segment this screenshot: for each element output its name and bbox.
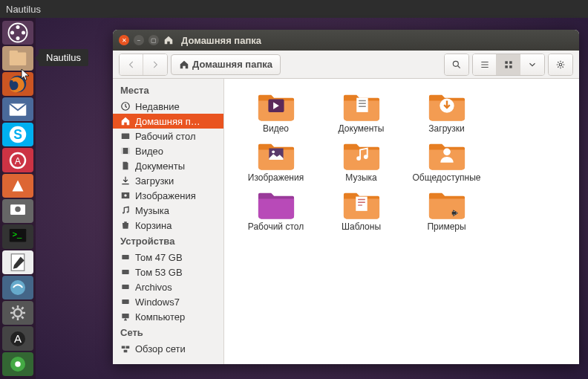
svg-point-23 [15, 361, 21, 367]
launcher-app6[interactable]: A [2, 148, 33, 172]
sidebar-item-windows7[interactable]: Windows7 [113, 294, 223, 309]
launcher-tooltip: Nautilus [39, 49, 88, 66]
search-button[interactable] [445, 54, 468, 75]
folder-icon [428, 189, 466, 220]
folder-label: Документы [339, 123, 385, 134]
svg-point-2 [22, 31, 25, 35]
menubar: Nautilus [0, 0, 588, 18]
folder-label: Рабочий стол [248, 221, 304, 232]
svg-rect-41 [122, 285, 128, 289]
svg-text:>_: >_ [13, 230, 23, 239]
gear-button[interactable] [549, 54, 572, 75]
launcher-thunderbird[interactable] [2, 97, 33, 121]
view-group [472, 54, 545, 76]
launcher-files[interactable] [2, 46, 33, 70]
sidebar: Места Недавние Домашняя п… Рабочий стол … [113, 79, 224, 364]
launcher-software[interactable]: A [2, 326, 33, 350]
app-name-label: Nautilus [6, 4, 41, 15]
svg-rect-27 [505, 65, 508, 68]
view-options-button[interactable] [520, 54, 544, 75]
sidebar-item-vol47[interactable]: Том 47 GB [113, 250, 223, 265]
svg-rect-25 [505, 61, 508, 64]
grid-view-button[interactable] [497, 54, 520, 75]
sidebar-item-browse-network[interactable]: Обзор сети [113, 341, 223, 356]
folder-pictures[interactable]: Изображения [233, 137, 318, 186]
svg-rect-57 [451, 212, 456, 215]
folder-public[interactable]: Общедоступные [404, 137, 489, 186]
launcher-app14[interactable] [2, 352, 33, 376]
nautilus-window: ✕ − ▢ Домашняя папка Домашняя папка Мест… [113, 30, 579, 364]
svg-rect-42 [122, 299, 128, 304]
svg-point-37 [122, 212, 124, 213]
sidebar-header-places: Места [113, 82, 223, 99]
sidebar-item-pictures[interactable]: Изображения [113, 188, 223, 203]
launcher-app11[interactable] [2, 276, 33, 299]
svg-rect-44 [122, 346, 125, 349]
folder-icon [257, 140, 295, 171]
folder-downloads[interactable]: Загрузки [404, 88, 489, 137]
folder-label: Видео [263, 123, 289, 134]
svg-point-52 [272, 150, 275, 153]
launcher-editor[interactable] [2, 250, 33, 274]
launcher-settings[interactable] [2, 301, 33, 325]
svg-point-19 [14, 309, 22, 317]
folder-icon [428, 91, 466, 122]
folder-label: Шаблоны [342, 221, 381, 232]
dash-button[interactable] [2, 21, 33, 45]
svg-point-53 [356, 156, 361, 161]
folder-icon [342, 140, 381, 171]
maximize-button[interactable]: ▢ [148, 35, 159, 45]
launcher-app8[interactable] [2, 199, 33, 223]
folder-videos[interactable]: Видео [233, 88, 318, 137]
home-icon [163, 35, 174, 45]
sidebar-item-archivos[interactable]: Archivos [113, 279, 223, 294]
folder-desktop[interactable]: Рабочий стол [233, 186, 318, 235]
folder-templates[interactable]: Шаблоны [318, 186, 404, 235]
sidebar-item-downloads[interactable]: Загрузки [113, 173, 223, 188]
sidebar-header-devices: Устройства [113, 233, 223, 250]
folder-documents[interactable]: Документы [318, 88, 404, 137]
sidebar-item-trash[interactable]: Корзина [113, 218, 223, 233]
launcher-terminal[interactable]: >_ [2, 224, 33, 248]
svg-rect-40 [122, 270, 128, 274]
svg-text:A: A [14, 332, 22, 345]
folder-icon [257, 91, 295, 122]
close-button[interactable]: ✕ [119, 35, 129, 45]
sidebar-item-desktop[interactable]: Рабочий стол [113, 129, 223, 143]
content-area[interactable]: ВидеоДокументыЗагрузкиИзображенияМузыкаО… [224, 79, 579, 364]
folder-label: Изображения [248, 172, 304, 183]
svg-point-54 [363, 155, 368, 159]
window-title: Домашняя папка [181, 35, 261, 46]
forward-button[interactable] [143, 54, 167, 75]
minimize-button[interactable]: − [134, 35, 144, 45]
sidebar-item-vol53[interactable]: Том 53 GB [113, 265, 223, 279]
sidebar-header-network: Сеть [113, 324, 223, 341]
svg-rect-31 [122, 134, 130, 140]
back-button[interactable] [120, 54, 143, 75]
sidebar-item-computer[interactable]: Компьютер [113, 309, 223, 324]
list-view-button[interactable] [473, 54, 497, 75]
home-icon [179, 59, 189, 70]
sidebar-item-home[interactable]: Домашняя п… [113, 114, 223, 129]
folder-music[interactable]: Музыка [318, 137, 404, 186]
svg-rect-26 [509, 61, 512, 64]
folder-icon [257, 189, 295, 220]
sidebar-item-music[interactable]: Музыка [113, 203, 223, 218]
sidebar-item-documents[interactable]: Документы [113, 158, 223, 173]
svg-point-36 [124, 194, 127, 197]
titlebar[interactable]: ✕ − ▢ Домашняя папка [113, 30, 579, 51]
launcher-skype[interactable]: S [2, 123, 33, 146]
folder-label: Общедоступные [412, 172, 480, 183]
launcher-firefox[interactable] [2, 72, 33, 96]
svg-rect-5 [10, 53, 27, 66]
sidebar-item-recent[interactable]: Недавние [113, 99, 223, 114]
svg-point-14 [15, 207, 21, 213]
svg-point-1 [16, 25, 20, 29]
folder-label: Музыка [345, 172, 376, 183]
folder-examples[interactable]: Примеры [404, 186, 489, 235]
breadcrumb-home[interactable]: Домашняя папка [171, 54, 281, 75]
svg-rect-43 [122, 314, 128, 318]
svg-text:A: A [15, 156, 22, 166]
sidebar-item-videos[interactable]: Видео [113, 143, 223, 158]
launcher-app7[interactable] [2, 174, 33, 198]
